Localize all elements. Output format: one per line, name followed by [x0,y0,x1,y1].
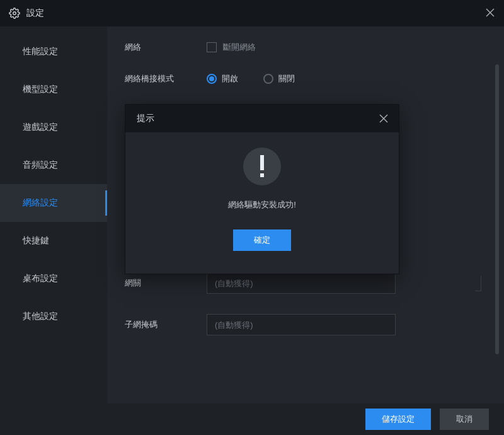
subnet-input[interactable] [207,314,396,335]
bridge-off-label: 關閉 [278,73,295,84]
scrollbar[interactable] [495,64,499,354]
svg-rect-5 [260,155,264,170]
sidebar-item-label: 性能設定 [23,46,58,57]
gateway-input[interactable] [207,272,396,294]
exclamation-icon [243,148,281,185]
sidebar-item-model[interactable]: 機型設定 [0,71,107,108]
sidebar-item-label: 音頻設定 [23,160,58,171]
bridge-on-option[interactable]: 開啟 [207,73,238,84]
sidebar-item-wallpaper[interactable]: 桌布設定 [0,260,107,298]
svg-point-0 [13,12,16,15]
sidebar-item-performance[interactable]: 性能設定 [0,33,107,71]
bridge-row: 網絡橋接模式 開啟 關閉 [125,73,483,84]
subnet-label: 子網掩碼 [125,319,207,330]
modal-header: 提示 [125,105,399,132]
network-label: 網絡 [125,42,207,53]
sidebar-item-network[interactable]: 網絡設定 [0,184,107,222]
window-title: 設定 [26,8,44,19]
bridge-label: 網絡橋接模式 [125,73,207,84]
modal-confirm-button[interactable]: 確定 [233,229,291,251]
sidebar-item-audio[interactable]: 音頻設定 [0,146,107,184]
sidebar-item-other[interactable]: 其他設定 [0,298,107,335]
bridge-on-label: 開啟 [222,73,238,84]
disconnect-checkbox[interactable] [207,42,217,52]
titlebar: 設定 [0,0,504,26]
modal-close-button[interactable] [377,112,390,125]
partial-field-border [475,276,481,291]
network-row: 網絡 斷開網絡 [125,42,483,53]
gear-icon [9,8,20,19]
cancel-button[interactable]: 取消 [440,409,489,430]
modal-message: 網絡驅動安裝成功! [228,199,296,211]
bridge-off-option[interactable]: 關閉 [263,73,295,84]
radio-icon [263,74,273,84]
disconnect-label: 斷開網絡 [223,42,256,53]
prompt-modal: 提示 網絡驅動安裝成功! 確定 [125,104,399,274]
bridge-radio-group: 開啟 關閉 [207,73,295,84]
modal-body: 網絡驅動安裝成功! 確定 [125,132,399,251]
sidebar-item-label: 桌布設定 [23,273,58,284]
sidebar: 性能設定 機型設定 遊戲設定 音頻設定 網絡設定 快捷鍵 桌布設定 其他設定 [0,26,107,403]
sidebar-item-shortcuts[interactable]: 快捷鍵 [0,222,107,260]
sidebar-item-label: 快捷鍵 [23,235,49,246]
gateway-row: 網關 [125,272,483,294]
svg-rect-6 [260,173,264,177]
footer: 儲存設定 取消 [0,403,504,435]
sidebar-item-label: 網絡設定 [23,197,58,209]
save-button[interactable]: 儲存設定 [365,409,431,430]
sidebar-item-label: 機型設定 [23,84,58,95]
sidebar-item-label: 遊戲設定 [23,122,58,133]
radio-icon [207,74,217,84]
subnet-row: 子網掩碼 [125,314,483,335]
gateway-label: 網關 [125,277,207,289]
window-close-button[interactable] [484,6,496,19]
sidebar-item-label: 其他設定 [23,311,58,322]
modal-title: 提示 [137,113,154,124]
sidebar-item-game[interactable]: 遊戲設定 [0,108,107,146]
